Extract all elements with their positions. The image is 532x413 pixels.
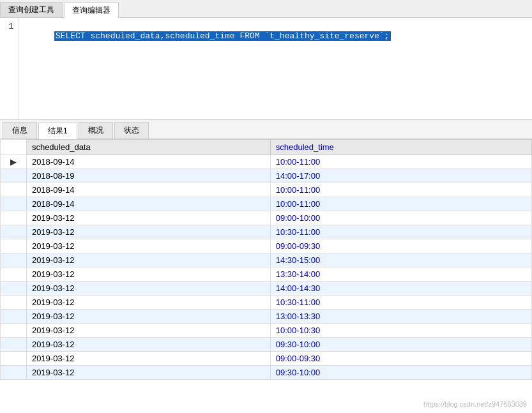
watermark: https://blog.csdn.net/z947663039 — [423, 400, 527, 408]
cell-scheduled-data: 2019-03-12 — [26, 267, 270, 282]
bottom-tab-bar: 信息 结果1 概况 状态 — [0, 120, 532, 139]
cell-scheduled-time: 10:00-11:00 — [270, 155, 531, 169]
tab-overview[interactable]: 概况 — [79, 122, 113, 139]
cell-scheduled-data: 2019-03-12 — [26, 366, 270, 380]
cell-scheduled-time: 09:00-10:00 — [270, 211, 531, 225]
row-indicator — [1, 225, 27, 239]
cell-scheduled-data: 2019-03-12 — [26, 282, 270, 296]
sql-editor[interactable]: 1 SELECT scheduled_data,scheduled_time F… — [0, 18, 532, 120]
table-row: 2019-03-1209:00-10:00 — [1, 211, 532, 225]
results-table: scheduled_data scheduled_time ▶2018-09-1… — [0, 139, 532, 380]
tab-query-editor[interactable]: 查询编辑器 — [64, 3, 119, 18]
tab-results[interactable]: 结果1 — [38, 123, 77, 139]
cell-scheduled-data: 2019-03-12 — [26, 253, 270, 267]
row-indicator — [1, 267, 27, 282]
cell-scheduled-time: 10:00-11:00 — [270, 197, 531, 211]
cell-scheduled-data: 2018-08-19 — [26, 169, 270, 183]
cell-scheduled-time: 14:00-14:30 — [270, 282, 531, 296]
col-indicator-header — [1, 140, 27, 155]
row-indicator — [1, 211, 27, 225]
cell-scheduled-data: 2019-03-12 — [26, 310, 270, 324]
cell-scheduled-time: 10:00-11:00 — [270, 183, 531, 197]
row-indicator — [1, 253, 27, 267]
row-indicator — [1, 310, 27, 324]
row-indicator — [1, 169, 27, 183]
cell-scheduled-time: 10:30-11:00 — [270, 296, 531, 310]
tab-info[interactable]: 信息 — [3, 122, 37, 139]
cell-scheduled-data: 2018-09-14 — [26, 155, 270, 169]
row-indicator — [1, 338, 27, 352]
cell-scheduled-data: 2019-03-12 — [26, 225, 270, 239]
table-row: 2018-08-1914:00-17:00 — [1, 169, 532, 183]
col-scheduled-data-header: scheduled_data — [26, 140, 270, 155]
table-row: 2019-03-1209:30-10:00 — [1, 338, 532, 352]
line-number: 1 — [0, 18, 19, 119]
row-indicator — [1, 282, 27, 296]
row-indicator — [1, 197, 27, 211]
table-row: ▶2018-09-1410:00-11:00 — [1, 155, 532, 169]
col-scheduled-time-header: scheduled_time — [270, 140, 531, 155]
cell-scheduled-time: 10:00-10:30 — [270, 324, 531, 338]
cell-scheduled-data: 2018-09-14 — [26, 197, 270, 211]
row-indicator — [1, 324, 27, 338]
tab-query-builder[interactable]: 查询创建工具 — [0, 2, 63, 17]
results-container: scheduled_data scheduled_time ▶2018-09-1… — [0, 139, 532, 413]
table-row: 2019-03-1214:30-15:00 — [1, 253, 532, 267]
cell-scheduled-time: 09:30-10:00 — [270, 366, 531, 380]
cell-scheduled-time: 09:00-09:30 — [270, 239, 531, 253]
row-indicator — [1, 366, 27, 380]
top-tab-bar: 查询创建工具 查询编辑器 — [0, 0, 532, 18]
cell-scheduled-time: 14:00-17:00 — [270, 169, 531, 183]
table-row: 2019-03-1209:30-10:00 — [1, 366, 532, 380]
cell-scheduled-time: 09:00-09:30 — [270, 352, 531, 366]
cell-scheduled-data: 2019-03-12 — [26, 352, 270, 366]
tab-status[interactable]: 状态 — [114, 122, 149, 139]
cell-scheduled-time: 13:00-13:30 — [270, 310, 531, 324]
row-indicator — [1, 296, 27, 310]
row-indicator — [1, 183, 27, 197]
table-row: 2019-03-1210:30-11:00 — [1, 225, 532, 239]
table-row: 2019-03-1214:00-14:30 — [1, 282, 532, 296]
table-row: 2019-03-1213:30-14:00 — [1, 267, 532, 282]
sql-highlighted-text: SELECT scheduled_data,scheduled_time FRO… — [54, 31, 391, 41]
table-row: 2019-03-1213:00-13:30 — [1, 310, 532, 324]
table-row: 2019-03-1209:00-09:30 — [1, 352, 532, 366]
table-row: 2018-09-1410:00-11:00 — [1, 197, 532, 211]
row-indicator — [1, 239, 27, 253]
row-indicator — [1, 352, 27, 366]
table-row: 2018-09-1410:00-11:00 — [1, 183, 532, 197]
table-row: 2019-03-1210:30-11:00 — [1, 296, 532, 310]
cell-scheduled-data: 2019-03-12 — [26, 211, 270, 225]
cell-scheduled-data: 2019-03-12 — [26, 338, 270, 352]
cell-scheduled-data: 2019-03-12 — [26, 239, 270, 253]
cell-scheduled-time: 13:30-14:00 — [270, 267, 531, 282]
cell-scheduled-data: 2019-03-12 — [26, 324, 270, 338]
cell-scheduled-data: 2018-09-14 — [26, 183, 270, 197]
table-row: 2019-03-1209:00-09:30 — [1, 239, 532, 253]
table-row: 2019-03-1210:00-10:30 — [1, 324, 532, 338]
cell-scheduled-time: 09:30-10:00 — [270, 338, 531, 352]
cell-scheduled-data: 2019-03-12 — [26, 296, 270, 310]
sql-text[interactable]: SELECT scheduled_data,scheduled_time FRO… — [19, 18, 532, 119]
cell-scheduled-time: 14:30-15:00 — [270, 253, 531, 267]
row-indicator: ▶ — [1, 155, 27, 169]
cell-scheduled-time: 10:30-11:00 — [270, 225, 531, 239]
